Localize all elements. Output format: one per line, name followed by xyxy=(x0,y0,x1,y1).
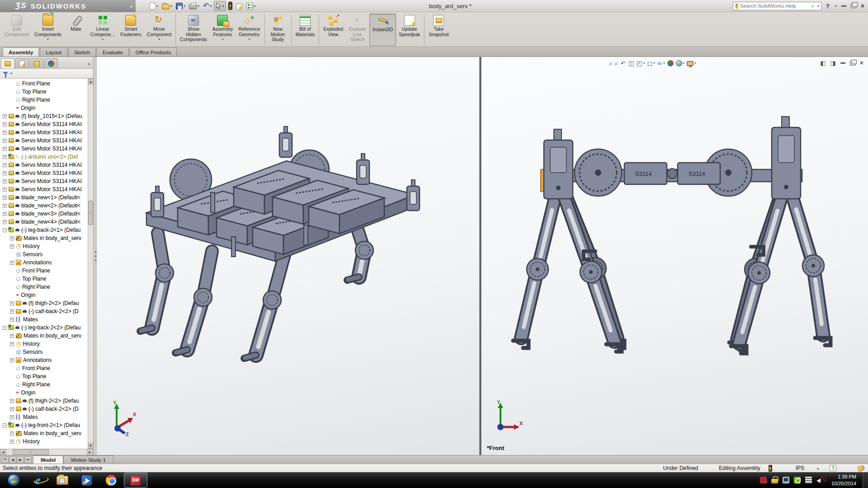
quick-tips-icon[interactable]: ? xyxy=(830,465,836,471)
save-button[interactable]: ▾ xyxy=(175,1,187,11)
scrollbar-thumb[interactable]: ≡ xyxy=(88,201,93,225)
update-speedpak-button[interactable]: UpdateSpeedpak xyxy=(396,14,423,46)
zoom-area-button[interactable]: ⌕ xyxy=(615,60,618,67)
previous-view-button[interactable]: ↶ xyxy=(621,60,626,67)
tree-expander[interactable]: + xyxy=(10,318,14,322)
tree-expander[interactable]: + xyxy=(10,236,14,240)
select-dropdown-caret[interactable]: ▾ xyxy=(222,4,224,8)
move-component-button[interactable]: MoveComponent▾ xyxy=(144,14,174,46)
tree-item[interactable]: ◎Sensors xyxy=(0,348,88,356)
display-icon[interactable] xyxy=(783,477,789,483)
tree-expander[interactable]: + xyxy=(3,220,7,224)
solidworks-tray-icon[interactable] xyxy=(760,477,767,483)
tree-item[interactable]: ⌖Origin xyxy=(0,389,88,397)
undo-dropdown-caret[interactable]: ▾ xyxy=(210,4,212,8)
tree-expander[interactable]: + xyxy=(10,415,14,419)
tree-item[interactable]: +Servo Motor S3114 HKAI xyxy=(0,120,88,128)
tab-assembly[interactable]: Assembly xyxy=(3,47,39,56)
front-view-pane[interactable]: S3114S3114 ⌕⌕↶◫◰▾◻▾∞▾▾▾ ◧ ◨ × Y X xyxy=(481,57,868,455)
tab-office-products[interactable]: Office Products xyxy=(130,47,177,56)
tree-item[interactable]: ◇Top Plane xyxy=(0,88,88,96)
tree-item[interactable]: +Servo Motor S3114 HKAI xyxy=(0,185,88,193)
tree-expander[interactable]: + xyxy=(3,139,7,143)
bill-of-materials-button[interactable]: Bill ofMaterials xyxy=(293,14,318,46)
tree-item[interactable]: ◇Right Plane xyxy=(0,96,88,104)
start-button[interactable] xyxy=(2,473,25,488)
tree-vertical-scrollbar[interactable]: ▲ ≡ ▼ xyxy=(88,79,93,449)
open-document-button[interactable]: ▾ xyxy=(160,1,174,11)
tree-expander[interactable]: + xyxy=(3,171,7,175)
restore-button[interactable] xyxy=(851,4,856,8)
front-view-model[interactable]: S3114S3114 xyxy=(481,57,868,455)
tree-item[interactable]: ⌖Origin xyxy=(0,104,88,112)
linear-component-pattern-dropdown-caret[interactable]: ▾ xyxy=(102,38,104,41)
tree-expander[interactable]: + xyxy=(3,131,7,135)
stacked-windows-icon[interactable] xyxy=(805,477,812,483)
exploded-view-button[interactable]: ExplodedView xyxy=(321,14,346,46)
unit-system[interactable]: IPS xyxy=(796,465,804,471)
tree-item[interactable]: +blade_new<4> (Default< xyxy=(0,218,88,226)
options-dropdown-caret[interactable]: ▾ xyxy=(254,4,256,8)
tree-item[interactable]: +⚠(-) arduino uno<2> (Def xyxy=(0,153,88,161)
tree-item[interactable]: −(-) leg-front-2<1> (Defau xyxy=(0,421,88,429)
unit-dropdown-caret[interactable]: ▴ xyxy=(817,466,819,470)
isometric-view-model[interactable] xyxy=(97,57,479,455)
panel-overflow-chevron[interactable]: » xyxy=(88,61,92,68)
tree-item[interactable]: ◇Front Plane xyxy=(0,80,88,88)
tree-item[interactable]: +◷History xyxy=(0,242,88,250)
tree-expander[interactable]: + xyxy=(10,399,14,403)
tab-prev-arrow[interactable]: ◀ xyxy=(9,456,16,463)
pane-split-left-icon[interactable]: ◧ xyxy=(820,60,826,66)
solidworks[interactable]: SW xyxy=(124,473,147,488)
tree-item[interactable]: +Mates in body_ard_serv xyxy=(0,332,88,340)
tree-item[interactable]: +blade_new<3> (Default< xyxy=(0,210,88,218)
tree-item[interactable]: +Servo Motor S3114 HKAI xyxy=(0,128,88,136)
reference-geometry-dropdown-caret[interactable]: ▾ xyxy=(249,38,250,41)
print-button[interactable]: ▾ xyxy=(188,1,201,11)
tree-expander[interactable]: + xyxy=(10,358,14,362)
scroll-left-arrow[interactable]: ◀ xyxy=(0,449,6,455)
tree-expander[interactable]: + xyxy=(3,155,7,159)
tree-expander[interactable]: + xyxy=(3,188,7,192)
document-close-button[interactable]: × xyxy=(860,60,863,66)
view-orientation-button[interactable]: ◰▾ xyxy=(637,60,645,67)
assembly-features-button[interactable]: AssemblyFeatures▾ xyxy=(210,14,236,46)
tab-first-arrow[interactable]: ⏮ xyxy=(1,456,9,463)
tree-expander[interactable]: + xyxy=(3,163,7,167)
model-tab[interactable]: Model xyxy=(33,455,63,464)
tag-icon[interactable] xyxy=(858,465,865,471)
volume-muted-icon[interactable] xyxy=(816,477,823,483)
take-snapshot-button[interactable]: TakeSnapshot xyxy=(426,14,451,46)
edit-appearance-button[interactable] xyxy=(667,60,674,66)
internet-explorer[interactable]: e xyxy=(26,473,50,488)
media-player[interactable] xyxy=(75,473,99,488)
lock-icon[interactable] xyxy=(771,479,778,483)
tree-expander[interactable]: + xyxy=(3,147,7,151)
tree-item[interactable]: +Servo Motor S3114 HKAI xyxy=(0,145,88,153)
tree-item[interactable]: ◇Front Plane xyxy=(0,364,88,372)
tree-item[interactable]: +Mates xyxy=(0,413,88,421)
tree-item[interactable]: +◷History xyxy=(0,437,88,446)
reference-geometry-button[interactable]: ReferenceGeometry▾ xyxy=(236,14,263,46)
tree-expander[interactable]: + xyxy=(3,196,7,200)
section-view-button[interactable]: ◫ xyxy=(628,60,634,67)
tree-expander[interactable]: + xyxy=(3,122,7,127)
document-minimize-button[interactable] xyxy=(840,62,845,64)
tree-item[interactable]: +AAnnotations xyxy=(0,356,88,364)
tree-expander[interactable]: + xyxy=(3,212,7,216)
minimize-button[interactable] xyxy=(841,5,846,7)
isometric-view-pane[interactable]: Y X Z xyxy=(97,57,479,455)
view-settings-button[interactable]: ▾ xyxy=(687,61,696,66)
linear-component-pattern-button[interactable]: LinearCompone...▾ xyxy=(88,14,118,46)
help-dropdown-caret[interactable]: ▾ xyxy=(835,4,837,8)
tree-expander[interactable]: + xyxy=(10,432,14,436)
tree-item[interactable]: ◇Top Plane xyxy=(0,275,88,283)
instant3d-button[interactable]: Instant3D xyxy=(369,14,396,46)
hide-show-items-button[interactable]: ∞▾ xyxy=(657,60,665,67)
select-button[interactable]: ▾ xyxy=(214,1,226,11)
tab-next-arrow[interactable]: ▶ xyxy=(17,456,24,463)
tree-expander[interactable]: + xyxy=(10,342,14,346)
tree-item[interactable]: ⌖Origin xyxy=(0,291,88,299)
display-manager-tab[interactable] xyxy=(44,58,58,68)
help-search-box[interactable]: ? ⌕ ▾ xyxy=(733,2,821,10)
